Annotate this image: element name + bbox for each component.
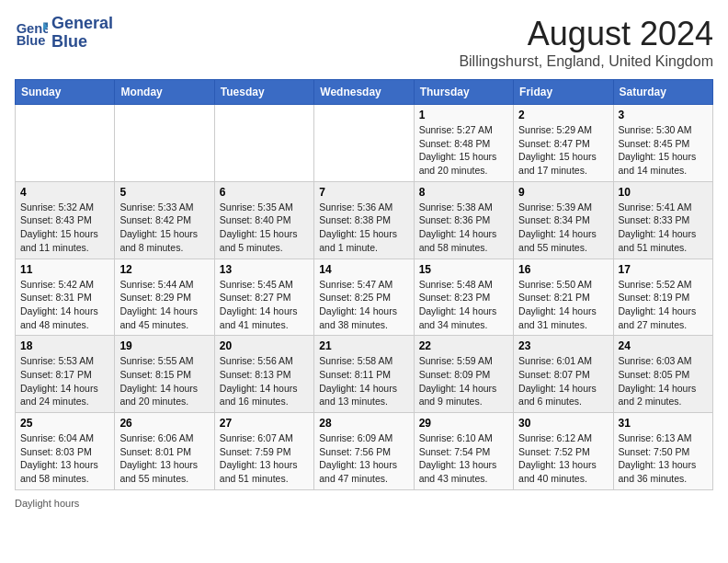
day-info: Sunrise: 6:04 AM Sunset: 8:03 PM Dayligh… [20, 431, 109, 486]
week-row-2: 4Sunrise: 5:32 AM Sunset: 8:43 PM Daylig… [16, 181, 713, 259]
day-number: 20 [220, 339, 309, 352]
day-number: 13 [220, 263, 309, 276]
day-number: 18 [20, 339, 109, 352]
column-header-thursday: Thursday [414, 80, 513, 105]
calendar-cell [115, 105, 214, 182]
day-number: 30 [518, 417, 608, 430]
day-number: 11 [20, 263, 109, 276]
day-number: 12 [119, 263, 209, 276]
calendar-cell: 8Sunrise: 5:38 AM Sunset: 8:36 PM Daylig… [414, 181, 513, 259]
day-number: 26 [119, 417, 209, 430]
day-info: Sunrise: 5:52 AM Sunset: 8:19 PM Dayligh… [619, 278, 708, 332]
day-info: Sunrise: 5:48 AM Sunset: 8:23 PM Dayligh… [419, 278, 508, 332]
calendar-body: 1Sunrise: 5:27 AM Sunset: 8:48 PM Daylig… [16, 105, 713, 490]
day-info: Sunrise: 5:30 AM Sunset: 8:45 PM Dayligh… [619, 123, 708, 178]
day-number: 23 [518, 339, 608, 352]
column-header-sunday: Sunday [16, 80, 115, 105]
calendar-table: SundayMondayTuesdayWednesdayThursdayFrid… [15, 79, 713, 490]
calendar-cell: 31Sunrise: 6:13 AM Sunset: 7:50 PM Dayli… [613, 413, 712, 490]
calendar-cell: 19Sunrise: 5:55 AM Sunset: 8:15 PM Dayli… [115, 336, 214, 413]
calendar-cell: 5Sunrise: 5:33 AM Sunset: 8:42 PM Daylig… [115, 181, 214, 259]
calendar-header: SundayMondayTuesdayWednesdayThursdayFrid… [16, 80, 713, 105]
week-row-1: 1Sunrise: 5:27 AM Sunset: 8:48 PM Daylig… [16, 105, 713, 182]
day-info: Sunrise: 5:35 AM Sunset: 8:40 PM Dayligh… [220, 201, 309, 255]
calendar-cell: 22Sunrise: 5:59 AM Sunset: 8:09 PM Dayli… [414, 336, 513, 413]
logo-line1: General [51, 15, 113, 33]
calendar-cell [214, 105, 313, 182]
day-number: 14 [319, 263, 408, 276]
day-number: 17 [619, 263, 708, 276]
day-info: Sunrise: 6:12 AM Sunset: 7:52 PM Dayligh… [518, 431, 608, 486]
day-info: Sunrise: 5:47 AM Sunset: 8:25 PM Dayligh… [319, 278, 408, 332]
calendar-cell: 4Sunrise: 5:32 AM Sunset: 8:43 PM Daylig… [16, 181, 115, 259]
calendar-cell: 7Sunrise: 5:36 AM Sunset: 8:38 PM Daylig… [314, 181, 414, 259]
day-number: 25 [20, 417, 109, 430]
day-info: Sunrise: 5:27 AM Sunset: 8:48 PM Dayligh… [419, 123, 508, 178]
day-info: Sunrise: 5:45 AM Sunset: 8:27 PM Dayligh… [220, 278, 309, 332]
day-info: Sunrise: 6:06 AM Sunset: 8:01 PM Dayligh… [119, 431, 209, 486]
column-header-wednesday: Wednesday [314, 80, 414, 105]
day-number: 27 [220, 417, 309, 430]
day-number: 5 [119, 186, 209, 199]
calendar-cell: 17Sunrise: 5:52 AM Sunset: 8:19 PM Dayli… [613, 259, 712, 336]
column-header-friday: Friday [514, 80, 613, 105]
day-number: 19 [119, 339, 209, 352]
calendar-cell: 27Sunrise: 6:07 AM Sunset: 7:59 PM Dayli… [214, 413, 313, 490]
day-number: 7 [319, 186, 408, 199]
calendar-cell [314, 105, 414, 182]
calendar-cell: 23Sunrise: 6:01 AM Sunset: 8:07 PM Dayli… [514, 336, 613, 413]
calendar-cell: 9Sunrise: 5:39 AM Sunset: 8:34 PM Daylig… [514, 181, 613, 259]
day-number: 8 [419, 186, 508, 199]
calendar-cell: 13Sunrise: 5:45 AM Sunset: 8:27 PM Dayli… [214, 259, 313, 336]
day-number: 22 [419, 339, 508, 352]
day-number: 9 [518, 186, 608, 199]
day-info: Sunrise: 6:07 AM Sunset: 7:59 PM Dayligh… [220, 431, 309, 486]
day-info: Sunrise: 5:44 AM Sunset: 8:29 PM Dayligh… [119, 278, 209, 332]
day-info: Sunrise: 5:50 AM Sunset: 8:21 PM Dayligh… [518, 278, 608, 332]
week-row-3: 11Sunrise: 5:42 AM Sunset: 8:31 PM Dayli… [16, 259, 713, 336]
calendar-cell: 6Sunrise: 5:35 AM Sunset: 8:40 PM Daylig… [214, 181, 313, 259]
day-number: 3 [619, 109, 708, 121]
day-info: Sunrise: 5:42 AM Sunset: 8:31 PM Dayligh… [20, 278, 109, 332]
week-row-4: 18Sunrise: 5:53 AM Sunset: 8:17 PM Dayli… [16, 336, 713, 413]
day-info: Sunrise: 5:53 AM Sunset: 8:17 PM Dayligh… [20, 354, 109, 408]
calendar-cell: 3Sunrise: 5:30 AM Sunset: 8:45 PM Daylig… [613, 105, 712, 182]
day-info: Sunrise: 5:56 AM Sunset: 8:13 PM Dayligh… [220, 354, 309, 408]
calendar-cell: 29Sunrise: 6:10 AM Sunset: 7:54 PM Dayli… [414, 413, 513, 490]
day-info: Sunrise: 6:13 AM Sunset: 7:50 PM Dayligh… [619, 431, 708, 486]
day-info: Sunrise: 5:32 AM Sunset: 8:43 PM Dayligh… [20, 201, 109, 255]
footer-note: Daylight hours [15, 498, 713, 509]
calendar-cell: 12Sunrise: 5:44 AM Sunset: 8:29 PM Dayli… [115, 259, 214, 336]
week-row-5: 25Sunrise: 6:04 AM Sunset: 8:03 PM Dayli… [16, 413, 713, 490]
day-info: Sunrise: 6:10 AM Sunset: 7:54 PM Dayligh… [419, 431, 508, 486]
column-header-saturday: Saturday [613, 80, 712, 105]
day-number: 31 [619, 417, 708, 430]
calendar-cell: 16Sunrise: 5:50 AM Sunset: 8:21 PM Dayli… [514, 259, 613, 336]
calendar-cell: 28Sunrise: 6:09 AM Sunset: 7:56 PM Dayli… [314, 413, 414, 490]
main-title: August 2024 [459, 15, 713, 53]
day-number: 21 [319, 339, 408, 352]
header-row: SundayMondayTuesdayWednesdayThursdayFrid… [16, 80, 713, 105]
calendar-cell [16, 105, 115, 182]
day-number: 24 [619, 339, 708, 352]
page-header: General Blue General Blue August 2024 Bi… [15, 15, 713, 70]
calendar-cell: 26Sunrise: 6:06 AM Sunset: 8:01 PM Dayli… [115, 413, 214, 490]
column-header-monday: Monday [115, 80, 214, 105]
calendar-cell: 24Sunrise: 6:03 AM Sunset: 8:05 PM Dayli… [613, 336, 712, 413]
day-number: 10 [619, 186, 708, 199]
calendar-cell: 10Sunrise: 5:41 AM Sunset: 8:33 PM Dayli… [613, 181, 712, 259]
day-info: Sunrise: 5:33 AM Sunset: 8:42 PM Dayligh… [119, 201, 209, 255]
day-info: Sunrise: 6:03 AM Sunset: 8:05 PM Dayligh… [619, 354, 708, 408]
day-number: 16 [518, 263, 608, 276]
day-info: Sunrise: 5:59 AM Sunset: 8:09 PM Dayligh… [419, 354, 508, 408]
logo-line2: Blue [51, 33, 113, 52]
day-info: Sunrise: 5:36 AM Sunset: 8:38 PM Dayligh… [319, 201, 408, 255]
day-info: Sunrise: 5:38 AM Sunset: 8:36 PM Dayligh… [419, 201, 508, 255]
calendar-cell: 15Sunrise: 5:48 AM Sunset: 8:23 PM Dayli… [414, 259, 513, 336]
calendar-cell: 25Sunrise: 6:04 AM Sunset: 8:03 PM Dayli… [16, 413, 115, 490]
sub-title: Billingshurst, England, United Kingdom [459, 53, 713, 70]
calendar-cell: 21Sunrise: 5:58 AM Sunset: 8:11 PM Dayli… [314, 336, 414, 413]
calendar-cell: 1Sunrise: 5:27 AM Sunset: 8:48 PM Daylig… [414, 105, 513, 182]
calendar-cell: 20Sunrise: 5:56 AM Sunset: 8:13 PM Dayli… [214, 336, 313, 413]
day-number: 6 [220, 186, 309, 199]
